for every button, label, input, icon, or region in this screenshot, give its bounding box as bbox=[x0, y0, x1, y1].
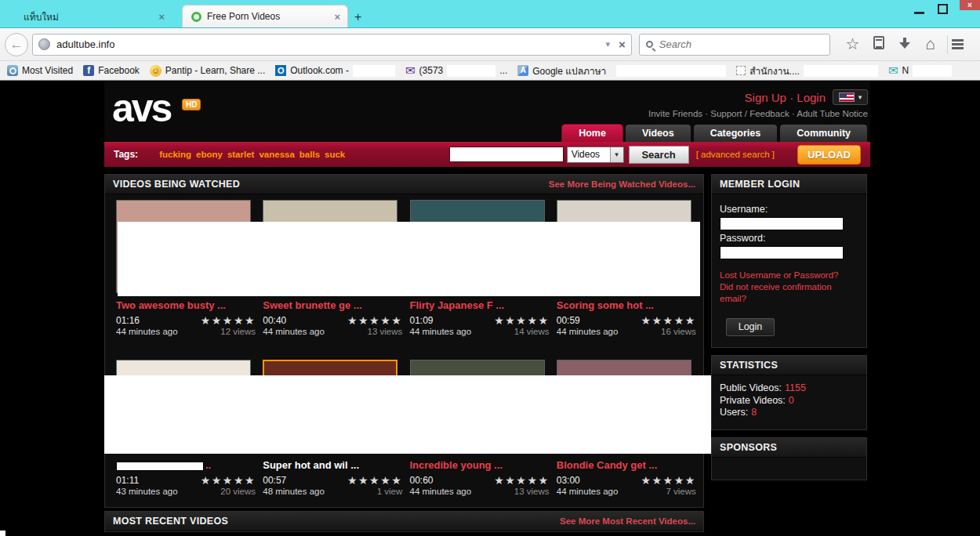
nav-tab-community[interactable]: Community bbox=[779, 124, 868, 142]
facebook-icon: f bbox=[83, 65, 94, 76]
video-title-link[interactable]: .. bbox=[116, 459, 256, 472]
video-views: 13 views bbox=[514, 487, 550, 496]
browser-search-bar[interactable] bbox=[639, 34, 830, 56]
bookmark-outlook[interactable]: O Outlook.com - bbox=[275, 65, 395, 77]
close-button[interactable]: × bbox=[960, 0, 980, 10]
video-title-link[interactable]: Two awesome busty ... bbox=[116, 299, 256, 312]
nav-tab-categories[interactable]: Categories bbox=[693, 124, 779, 142]
url-dropdown-icon[interactable]: ▾ bbox=[606, 39, 611, 49]
rating-stars: ★★★★★ bbox=[201, 314, 256, 327]
tab-close-icon[interactable]: × bbox=[158, 11, 165, 23]
bookmark-label: Facebook bbox=[98, 65, 140, 76]
video-duration: 03:00 bbox=[557, 475, 580, 486]
bookmark-label: (3573 bbox=[419, 65, 444, 76]
url-input[interactable] bbox=[56, 38, 603, 50]
video-views: 14 views bbox=[514, 327, 550, 336]
tag-link[interactable]: balls bbox=[299, 150, 320, 159]
tag-link[interactable]: starlet bbox=[227, 150, 255, 159]
back-button[interactable]: ← bbox=[5, 33, 28, 56]
placeholder-favicon-icon bbox=[736, 66, 746, 75]
site-search-input[interactable] bbox=[449, 147, 564, 162]
tag-link[interactable]: vanessa bbox=[259, 150, 294, 159]
confirmation-email-link[interactable]: Did not receive confirmation email? bbox=[720, 281, 858, 305]
tag-link[interactable]: suck bbox=[325, 150, 345, 159]
video-duration: 00:40 bbox=[263, 315, 286, 326]
globe-icon bbox=[38, 38, 50, 50]
site-search-button[interactable]: Search bbox=[629, 146, 689, 164]
most-visited-icon bbox=[7, 65, 18, 76]
bookmark-label: สำนักงาน.... bbox=[750, 63, 800, 78]
site-logo[interactable]: avs bbox=[112, 84, 170, 132]
video-title-link[interactable]: Super hot and wil ... bbox=[263, 459, 402, 472]
video-title-link[interactable]: Incredible young ... bbox=[410, 459, 550, 472]
section-title: VIDEOS BEING WATCHED bbox=[113, 179, 240, 190]
bookmark-facebook[interactable]: f Facebook bbox=[83, 65, 140, 76]
stat-label: Users: bbox=[720, 407, 748, 418]
tab-close-icon[interactable]: × bbox=[334, 11, 340, 23]
bookmark-google-translate[interactable]: A Google แปลภาษา bbox=[517, 63, 606, 78]
download-arrow-icon bbox=[899, 38, 910, 49]
bookmarks-menu-button[interactable] bbox=[866, 36, 891, 53]
see-more-watched-link[interactable]: See More Being Watched Videos... bbox=[549, 179, 695, 189]
home-icon: ⌂ bbox=[925, 34, 935, 53]
bookmark-office[interactable]: สำนักงาน.... bbox=[736, 63, 878, 78]
video-title-link[interactable]: Scoring some hot ... bbox=[557, 299, 696, 312]
minimize-button[interactable] bbox=[914, 12, 924, 14]
see-more-recent-link[interactable]: See More Most Recent Videos... bbox=[560, 516, 695, 526]
browser-tab-active[interactable]: Free Porn Videos × bbox=[182, 5, 348, 27]
tab-title: Free Porn Videos bbox=[207, 11, 280, 22]
url-bar[interactable]: ▾ × bbox=[32, 34, 632, 56]
tags-search-bar: Tags: fucking ebony starlet vanessa ball… bbox=[104, 142, 870, 167]
username-field[interactable] bbox=[720, 217, 844, 230]
menu-button[interactable] bbox=[952, 38, 978, 51]
statistics-panel: STATISTICS Public Videos:1155 Private Vi… bbox=[711, 355, 867, 430]
bookmark-label: ... bbox=[499, 65, 507, 76]
browser-titlebar: แท็บใหม่ × Free Porn Videos × + × bbox=[0, 0, 980, 28]
browser-search-input[interactable] bbox=[659, 38, 823, 50]
new-tab-button[interactable]: + bbox=[354, 12, 361, 23]
video-title-link[interactable]: Blondie Candy get ... bbox=[557, 459, 696, 472]
search-icon bbox=[646, 41, 653, 48]
tags-label: Tags: bbox=[114, 149, 138, 160]
video-age: 44 minutes ago bbox=[410, 327, 472, 336]
secondary-links[interactable]: Invite Friends · Support / Feedback · Ad… bbox=[648, 109, 868, 118]
clipboard-icon bbox=[873, 36, 884, 49]
advanced-search-link[interactable]: [ advanced search ] bbox=[696, 150, 775, 159]
video-title-link[interactable]: Sweet brunette ge ... bbox=[263, 299, 402, 312]
envelope-icon: ✉ bbox=[888, 65, 898, 76]
video-views: 20 views bbox=[220, 487, 256, 496]
username-label: Username: bbox=[720, 204, 858, 215]
sponsors-body bbox=[712, 458, 866, 480]
bookmark-star-button[interactable]: ☆ bbox=[840, 36, 866, 53]
tag-link[interactable]: fucking bbox=[159, 150, 191, 159]
tag-link[interactable]: ebony bbox=[196, 150, 223, 159]
search-type-select[interactable]: Videos ▾ bbox=[567, 147, 624, 163]
video-views: 7 views bbox=[666, 487, 695, 496]
stop-icon[interactable]: × bbox=[619, 38, 626, 51]
home-button[interactable]: ⌂ bbox=[917, 36, 943, 53]
upload-button[interactable]: UPLOAD bbox=[797, 145, 861, 165]
most-recent-videos-panel: MOST RECENT VIDEOS See More Most Recent … bbox=[104, 511, 704, 532]
nav-tab-home[interactable]: Home bbox=[561, 124, 623, 142]
bookmark-mail-count[interactable]: ✉ (3573 ... bbox=[405, 65, 507, 77]
signup-login-links[interactable]: Sign Up · Login bbox=[745, 91, 826, 104]
browser-tab-new-tab[interactable]: แท็บใหม่ × bbox=[8, 7, 171, 27]
bookmark-pantip[interactable]: ☺ Pantip - Learn, Share ... bbox=[150, 65, 265, 77]
redaction-box bbox=[447, 65, 495, 77]
video-duration: 00:59 bbox=[557, 315, 580, 326]
language-selector[interactable]: ▾ bbox=[833, 89, 868, 105]
bookmark-mail[interactable]: ✉ N bbox=[888, 65, 952, 77]
maximize-button[interactable] bbox=[938, 4, 948, 14]
video-title-link[interactable]: Flirty Japanese F ... bbox=[410, 299, 550, 312]
censor-corner-box bbox=[0, 531, 5, 536]
nav-tab-videos[interactable]: Videos bbox=[625, 124, 691, 142]
login-button[interactable]: Login bbox=[726, 318, 775, 336]
video-age: 44 minutes ago bbox=[410, 487, 472, 496]
downloads-button[interactable] bbox=[891, 38, 917, 52]
password-field[interactable] bbox=[720, 246, 844, 259]
video-title-text: .. bbox=[205, 459, 211, 471]
bookmark-most-visited[interactable]: Most Visited bbox=[7, 65, 73, 76]
lost-password-link[interactable]: Lost Username or Password? bbox=[720, 270, 858, 281]
account-area: Sign Up · Login ▾ Invite Friends · Suppo… bbox=[648, 89, 868, 118]
tag-list: fucking ebony starlet vanessa balls suck bbox=[159, 150, 345, 159]
